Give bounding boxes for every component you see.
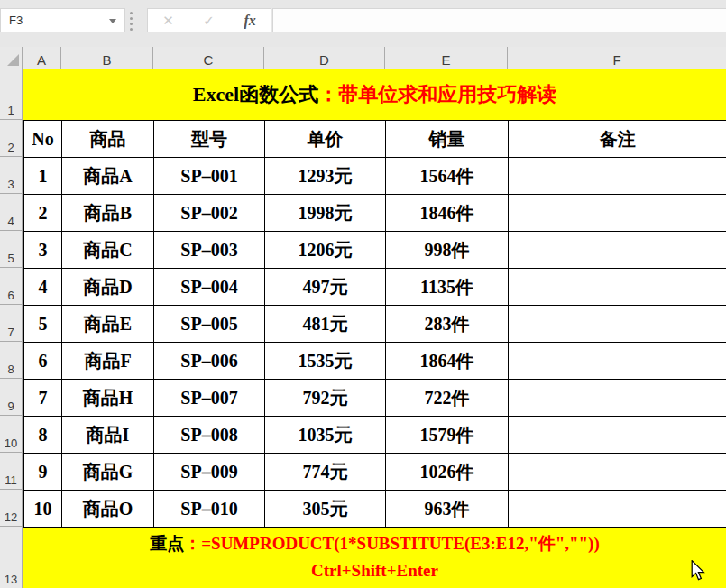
cell[interactable]: 10 (24, 491, 62, 528)
cell[interactable]: SP–003 (154, 232, 265, 269)
row-header-1[interactable]: 1 (0, 69, 23, 120)
cell[interactable]: 1564件 (386, 158, 509, 195)
cell[interactable] (509, 380, 726, 417)
cancel-icon[interactable]: ✕ (162, 13, 174, 29)
formula-bar-drag-handle[interactable] (130, 12, 133, 31)
cell[interactable]: SP–005 (154, 306, 265, 343)
footer-cell[interactable]: 重点：=SUMPRODUCT(1*SUBSTITUTE(E3:E12,"件","… (23, 528, 726, 588)
column-header-f[interactable]: F (508, 47, 726, 69)
cell[interactable]: 305元 (265, 491, 386, 528)
header-cell-remark[interactable]: 备注 (509, 121, 726, 158)
cell[interactable]: SP–002 (154, 195, 265, 232)
header-cell-product[interactable]: 商品 (62, 121, 154, 158)
cell[interactable]: 774元 (265, 454, 386, 491)
cell[interactable]: 963件 (386, 491, 509, 528)
header-cell-no[interactable]: No (24, 121, 62, 158)
cell[interactable]: 3 (24, 232, 62, 269)
cell[interactable]: 1206元 (265, 232, 386, 269)
row-header-3[interactable]: 3 (0, 157, 23, 194)
cell[interactable]: SP–008 (154, 417, 265, 454)
cell[interactable]: 7 (24, 380, 62, 417)
cell[interactable]: 5 (24, 306, 62, 343)
row-header-7[interactable]: 7 (0, 305, 23, 342)
row-header-2[interactable]: 2 (0, 120, 23, 157)
data-table: No 商品 型号 单价 销量 备注 1 商品A SP–001 1293元 156… (23, 120, 726, 528)
header-cell-price[interactable]: 单价 (265, 121, 386, 158)
name-box[interactable]: F3 (0, 8, 125, 32)
row-header-10[interactable]: 10 (0, 416, 23, 453)
column-header-strip: A B C D E F (0, 47, 726, 69)
cell[interactable]: 6 (24, 343, 62, 380)
cell[interactable]: 1035元 (265, 417, 386, 454)
cell[interactable] (509, 306, 726, 343)
cell[interactable]: 商品A (62, 158, 154, 195)
cell[interactable]: SP–007 (154, 380, 265, 417)
cell[interactable]: 1998元 (265, 195, 386, 232)
cell[interactable]: 商品C (62, 232, 154, 269)
cell[interactable]: 商品B (62, 195, 154, 232)
column-header-a[interactable]: A (23, 47, 61, 69)
cell[interactable]: 481元 (265, 306, 386, 343)
cell[interactable]: 1846件 (386, 195, 509, 232)
formula-bar-input[interactable] (272, 8, 726, 32)
cell[interactable] (509, 269, 726, 306)
header-cell-sales[interactable]: 销量 (386, 121, 509, 158)
header-cell-model[interactable]: 型号 (154, 121, 265, 158)
cell[interactable]: 商品F (62, 343, 154, 380)
cell[interactable]: SP–009 (154, 454, 265, 491)
cell[interactable]: 商品I (62, 417, 154, 454)
formula-bar-buttons: ✕ ✓ fx (147, 8, 271, 32)
row-header-5[interactable]: 5 (0, 231, 23, 268)
cell[interactable]: 商品O (62, 491, 154, 528)
cell[interactable]: 4 (24, 269, 62, 306)
cell[interactable]: 1 (24, 158, 62, 195)
cell[interactable]: 商品H (62, 380, 154, 417)
enter-icon[interactable]: ✓ (203, 13, 215, 29)
column-header-c[interactable]: C (153, 47, 264, 69)
cell[interactable] (509, 491, 726, 528)
cell[interactable] (509, 417, 726, 454)
column-header-e[interactable]: E (385, 47, 508, 69)
cell[interactable]: 2 (24, 195, 62, 232)
column-header-d[interactable]: D (264, 47, 385, 69)
title-cell[interactable]: Excel函数公式：带单位求和应用技巧解读 (23, 69, 726, 120)
cell[interactable]: SP–010 (154, 491, 265, 528)
cell[interactable] (509, 158, 726, 195)
row-header-13[interactable]: 13 (0, 527, 23, 588)
cell[interactable]: 1293元 (265, 158, 386, 195)
cell[interactable]: 1579件 (386, 417, 509, 454)
cell[interactable]: 1026件 (386, 454, 509, 491)
cell[interactable] (509, 343, 726, 380)
cell[interactable]: 9 (24, 454, 62, 491)
cell[interactable] (509, 454, 726, 491)
cell[interactable]: 1864件 (386, 343, 509, 380)
cell[interactable]: 商品G (62, 454, 154, 491)
select-all-triangle-icon (7, 54, 19, 66)
row-header-8[interactable]: 8 (0, 342, 23, 379)
row-header-12[interactable]: 12 (0, 490, 23, 527)
cell[interactable] (509, 195, 726, 232)
cell[interactable]: 1535元 (265, 343, 386, 380)
cell[interactable]: 792元 (265, 380, 386, 417)
select-all-button[interactable] (0, 47, 23, 69)
cell[interactable]: 商品E (62, 306, 154, 343)
cell[interactable] (509, 232, 726, 269)
cell[interactable]: 商品D (62, 269, 154, 306)
insert-function-icon[interactable]: fx (244, 13, 255, 29)
cell[interactable]: SP–004 (154, 269, 265, 306)
footer-formula-text: ：=SUMPRODUCT(1*SUBSTITUTE(E3:E12,"件","")… (184, 534, 600, 553)
cell[interactable]: SP–006 (154, 343, 265, 380)
row-header-9[interactable]: 9 (0, 379, 23, 416)
cell[interactable]: SP–001 (154, 158, 265, 195)
row-header-4[interactable]: 4 (0, 194, 23, 231)
cell[interactable]: 998件 (386, 232, 509, 269)
name-box-dropdown-icon[interactable] (109, 19, 116, 23)
cell[interactable]: 722件 (386, 380, 509, 417)
row-header-6[interactable]: 6 (0, 268, 23, 305)
cell[interactable]: 497元 (265, 269, 386, 306)
cell[interactable]: 8 (24, 417, 62, 454)
cell[interactable]: 283件 (386, 306, 509, 343)
column-header-b[interactable]: B (61, 47, 153, 69)
row-header-11[interactable]: 11 (0, 453, 23, 490)
cell[interactable]: 1135件 (386, 269, 509, 306)
